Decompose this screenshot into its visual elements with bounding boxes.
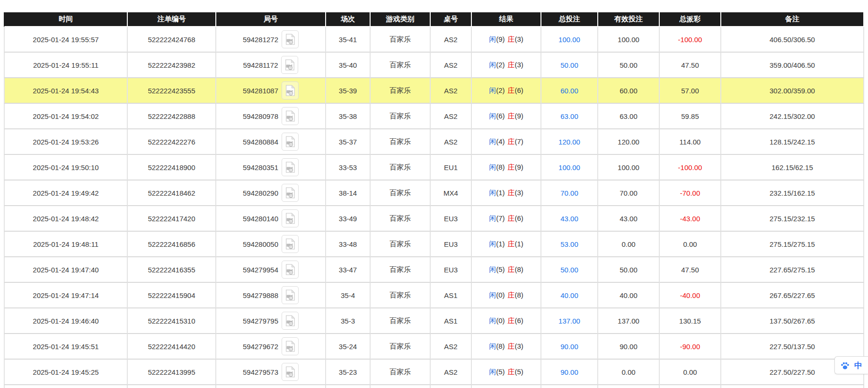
cell-total-bet: 63.00 xyxy=(541,104,598,129)
cell-bet-id: 522222422888 xyxy=(128,104,216,129)
video-replay-button[interactable] xyxy=(282,133,299,151)
cell-session: 33-47 xyxy=(326,257,371,283)
round-id: 594280050 xyxy=(243,240,278,248)
table-row[interactable]: 2025-01-24 19:55:57 522222424768 5942812… xyxy=(4,27,864,53)
result-banker-score: (8) xyxy=(515,291,523,299)
result-player-label: 闲 xyxy=(489,214,496,222)
cell-valid-bet: 0.00 xyxy=(598,232,660,257)
table-row[interactable]: 2025-01-24 19:54:43 522222423555 5942810… xyxy=(4,78,864,104)
header-row: 时间注单编号局号场次游戏类别桌号结果总投注有效投注总派彩备注 xyxy=(4,12,864,27)
round-id: 594279573 xyxy=(243,368,278,376)
round-id: 594281172 xyxy=(243,61,278,69)
result-banker-label: 庄 xyxy=(508,316,515,325)
result-player-score: (2) xyxy=(496,86,505,94)
video-file-icon xyxy=(285,34,295,45)
table-row[interactable]: 2025-01-24 19:46:40 522222415310 5942797… xyxy=(4,308,864,334)
cell-table-code: AS2 xyxy=(431,78,472,104)
cell-session: 35-24 xyxy=(326,334,371,360)
cell-table-code: AS2 xyxy=(431,27,472,53)
cell-table-code: AS2 xyxy=(431,334,472,360)
result-player-label: 闲 xyxy=(489,163,496,171)
table-row[interactable]: 2025-01-24 19:54:02 522222422888 5942809… xyxy=(4,104,864,129)
table-row[interactable]: 2025-01-24 19:48:11 522222416856 5942800… xyxy=(4,232,864,257)
cell-bet-id: 522222416856 xyxy=(128,232,216,257)
cell-round: 594279795 xyxy=(216,308,326,334)
cell-result: 闲(1)庄(3) xyxy=(472,180,541,206)
translate-widget[interactable]: 中 xyxy=(834,356,868,374)
table-row[interactable]: 2025-01-24 19:48:42 522222417420 5942801… xyxy=(4,206,864,232)
cell-total-bet: 40.00 xyxy=(541,283,598,308)
result-banker-score: (8) xyxy=(515,265,523,273)
result-banker-label: 庄 xyxy=(508,214,515,222)
bet-history-table: 时间注单编号局号场次游戏类别桌号结果总投注有效投注总派彩备注 2025-01-2… xyxy=(4,12,864,388)
cell-bet-id: 522222415310 xyxy=(128,308,216,334)
table-row[interactable]: 2025-01-24 19:49:42 522222418462 5942802… xyxy=(4,180,864,206)
video-replay-button[interactable] xyxy=(282,261,299,279)
cell-session: 35-23 xyxy=(326,360,371,385)
cell-bet-id: 522222413995 xyxy=(128,360,216,385)
cell-round: 594279888 xyxy=(216,283,326,308)
cell-round: 594280351 xyxy=(216,155,326,180)
column-header-3: 局号 xyxy=(216,12,326,27)
cell-remark: 162.15/62.15 xyxy=(721,155,864,180)
table-row[interactable]: 2025-01-24 19:45:51 522222414420 5942796… xyxy=(4,334,864,360)
cell-session: 33-48 xyxy=(326,232,371,257)
video-replay-button[interactable] xyxy=(282,286,299,304)
video-replay-button[interactable] xyxy=(281,56,298,74)
video-replay-button[interactable] xyxy=(282,158,299,176)
result-player-score: (5) xyxy=(496,265,505,273)
video-replay-button[interactable] xyxy=(282,337,299,355)
table-row[interactable]: 2025-01-24 19:50:10 522222418900 5942803… xyxy=(4,155,864,180)
cell-time: 2025-01-24 19:46:40 xyxy=(4,308,128,334)
table-row[interactable]: 2025-01-24 19:55:11 522222423982 5942811… xyxy=(4,53,864,78)
cell-time: 2025-01-24 19:55:57 xyxy=(4,27,128,53)
result-banker-score: (1) xyxy=(515,240,523,248)
table-row[interactable]: 2025-01-24 19:47:14 522222415904 5942798… xyxy=(4,283,864,308)
cell-table-code: EU3 xyxy=(431,257,472,283)
cell-total-payout: -40.00 xyxy=(660,283,721,308)
cell-total-payout: 0.00 xyxy=(660,232,721,257)
round-id: 594279795 xyxy=(243,317,278,325)
cell-time: 2025-01-24 19:45:51 xyxy=(4,334,128,360)
cell-round: 594281272 xyxy=(216,27,326,53)
video-replay-button[interactable] xyxy=(282,235,299,253)
cell-valid-bet: 100.00 xyxy=(598,155,660,180)
cell-valid-bet: 70.00 xyxy=(598,180,660,206)
result-banker-label: 庄 xyxy=(508,61,515,69)
cell-remark: 227.50/137.50 xyxy=(721,334,864,360)
video-replay-button[interactable] xyxy=(282,107,299,125)
cell-valid-bet: 120.00 xyxy=(598,129,660,155)
cell-game-type: 百家乐 xyxy=(371,257,431,283)
cell-remark: 242.15/302.00 xyxy=(721,104,864,129)
cell-remark: 275.15/275.15 xyxy=(721,232,864,257)
video-replay-button[interactable] xyxy=(282,30,299,48)
round-id: 594280351 xyxy=(243,163,278,171)
cell-table-code: AS2 xyxy=(431,360,472,385)
video-replay-button[interactable] xyxy=(282,184,299,202)
video-replay-button[interactable] xyxy=(282,209,299,227)
video-replay-button[interactable] xyxy=(282,312,299,330)
video-replay-button[interactable] xyxy=(282,363,299,381)
cell-round: 594280290 xyxy=(216,180,326,206)
cell-table-code: AS1 xyxy=(431,283,472,308)
video-file-icon xyxy=(285,110,295,122)
table-row[interactable]: 2025-01-24 19:47:40 522222416355 5942799… xyxy=(4,257,864,283)
table-row[interactable]: 2025-01-24 19:53:26 522222422276 5942808… xyxy=(4,129,864,155)
cell-total-payout: 57.00 xyxy=(660,78,721,104)
result-player-label: 闲 xyxy=(489,342,496,350)
cell-round: 594279954 xyxy=(216,257,326,283)
result-banker-score: (9) xyxy=(515,112,523,120)
result-player-label: 闲 xyxy=(489,137,496,145)
cell-bet-id: 522222418900 xyxy=(128,155,216,180)
cell-bet-id: 522222415904 xyxy=(128,283,216,308)
cell-session: 33-53 xyxy=(326,155,371,180)
video-replay-button[interactable] xyxy=(282,81,299,99)
cell-total-payout: 59.85 xyxy=(660,104,721,129)
translate-lang-label: 中 xyxy=(854,361,862,370)
result-player-label: 闲 xyxy=(489,35,496,43)
result-banker-label: 庄 xyxy=(508,342,515,350)
cell-total-bet: 100.00 xyxy=(541,27,598,53)
cell-session: 35-37 xyxy=(326,129,371,155)
result-player-score: (5) xyxy=(496,368,505,376)
table-row[interactable]: 2025-01-24 19:45:25 522222413995 5942795… xyxy=(4,360,864,385)
